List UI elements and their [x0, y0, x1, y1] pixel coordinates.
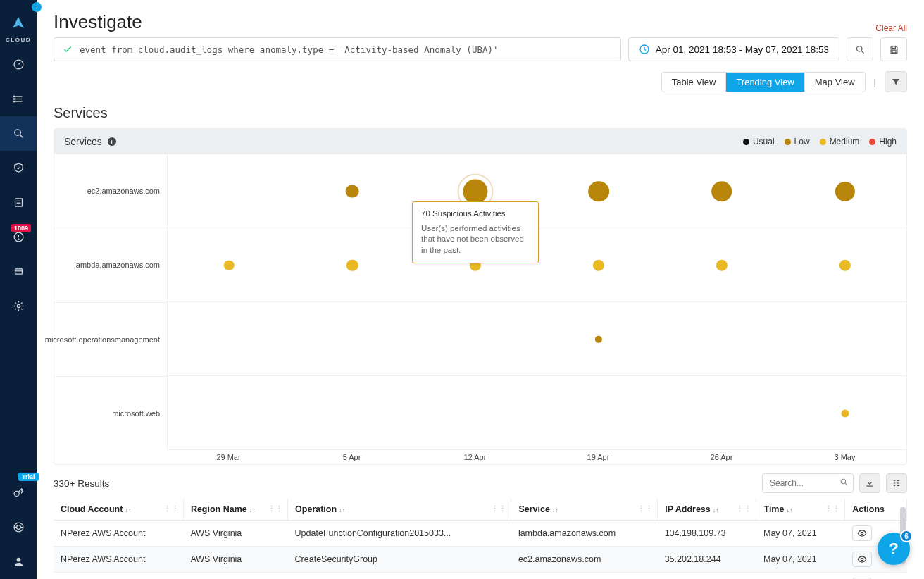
- nav-inventory[interactable]: [0, 82, 37, 116]
- nav-profile[interactable]: [0, 544, 37, 579]
- svg-point-24: [16, 525, 20, 530]
- svg-point-29: [856, 46, 862, 51]
- time-range-picker[interactable]: Apr 01, 2021 18:53 - May 07, 2021 18:53: [628, 37, 839, 61]
- search-button[interactable]: [847, 37, 873, 61]
- cell-time: May 07, 2021: [756, 547, 845, 573]
- svg-rect-9: [15, 199, 22, 206]
- svg-line-34: [845, 483, 847, 485]
- check-icon: [63, 44, 73, 54]
- plot-area[interactable]: 70 Suspicious ActivitiesUser(s) performe…: [167, 154, 906, 450]
- info-icon[interactable]: i: [108, 137, 116, 146]
- legend-label: Usual: [753, 137, 775, 147]
- chart-bubble[interactable]: [711, 181, 732, 202]
- page-title: Investigate: [54, 11, 907, 33]
- tab-trending-view[interactable]: Trending View: [726, 73, 804, 92]
- svg-point-41: [861, 532, 863, 535]
- clock-icon: [639, 44, 650, 55]
- nav-policies[interactable]: [0, 185, 37, 220]
- cell-ip: 104.198.109.73: [658, 521, 756, 547]
- svg-rect-31: [892, 46, 895, 48]
- brand-name: CLOUD: [6, 37, 31, 43]
- sort-icon: ↓↑: [339, 506, 345, 513]
- chart-bubble[interactable]: [224, 260, 235, 270]
- column-header[interactable]: IP Address↓↑⋮⋮: [658, 499, 756, 521]
- query-input[interactable]: event from cloud.audit_logs where anomal…: [54, 37, 621, 61]
- column-header[interactable]: Service↓↑⋮⋮: [511, 499, 658, 521]
- column-header[interactable]: Operation↓↑⋮⋮: [288, 499, 511, 521]
- cell-ip: 35.202.18.244: [658, 547, 756, 573]
- legend-dot: [820, 139, 826, 145]
- view-button[interactable]: [852, 525, 872, 541]
- alerts-badge: 1889: [11, 224, 31, 232]
- cell-operation: CreateSecurityGroup: [288, 547, 511, 573]
- svg-point-4: [13, 96, 14, 96]
- tab-map-view[interactable]: Map View: [805, 73, 865, 92]
- save-icon: [889, 44, 899, 55]
- clear-all-link[interactable]: Clear All: [875, 23, 907, 33]
- svg-point-6: [13, 101, 14, 101]
- help-fab[interactable]: ? 6: [878, 533, 910, 565]
- tab-table-view[interactable]: Table View: [662, 73, 727, 92]
- svg-line-30: [861, 51, 863, 53]
- svg-point-21: [17, 304, 20, 307]
- table-row[interactable]: NPerez AWS Account AWS Virginia CreateSe…: [54, 547, 907, 573]
- column-header[interactable]: Region Name↓↑⋮⋮: [183, 499, 287, 521]
- legend-dot: [743, 139, 749, 145]
- chart-bubble[interactable]: [346, 185, 359, 198]
- column-header[interactable]: Time↓↑⋮⋮: [756, 499, 845, 521]
- drag-icon[interactable]: ⋮⋮: [637, 504, 653, 513]
- nav-subscription[interactable]: Trial: [0, 475, 37, 510]
- y-axis: ec2.amazonaws.comlambda.amazonaws.commic…: [54, 154, 167, 450]
- expand-sidebar-button[interactable]: [32, 2, 42, 12]
- nav-dashboard[interactable]: [0, 47, 37, 82]
- nav-investigate[interactable]: [0, 116, 37, 151]
- view-row: Table View Trending View Map View |: [54, 71, 907, 92]
- columns-button[interactable]: [886, 473, 907, 493]
- drag-icon[interactable]: ⋮⋮: [825, 504, 840, 513]
- drag-icon[interactable]: ⋮⋮: [736, 504, 751, 513]
- x-axis-label: 5 Apr: [290, 450, 413, 464]
- legend-item[interactable]: Low: [785, 137, 810, 147]
- cell-operation: UpdateFunctionConfiguration2015033...: [288, 521, 511, 547]
- cell-ip: 35.202.18.244: [658, 573, 756, 580]
- svg-point-14: [18, 239, 18, 239]
- chart-bubble[interactable]: [588, 181, 609, 202]
- svg-point-5: [13, 99, 14, 99]
- table-row[interactable]: NPerez AWS Account AWS Virginia CreateSe…: [54, 573, 907, 580]
- nav-adoption[interactable]: [0, 510, 37, 544]
- cell-account: NPerez AWS Account: [54, 573, 183, 580]
- x-axis-label: 12 Apr: [413, 450, 537, 464]
- legend-item[interactable]: Medium: [820, 137, 860, 147]
- drag-icon[interactable]: ⋮⋮: [163, 504, 179, 513]
- chart-panel: Services i UsualLowMediumHigh ec2.amazon…: [54, 128, 907, 465]
- nav-settings[interactable]: [0, 289, 37, 323]
- svg-point-27: [16, 558, 20, 562]
- table-body: NPerez AWS Account AWS Virginia UpdateFu…: [54, 521, 907, 580]
- save-button[interactable]: [880, 37, 907, 61]
- download-button[interactable]: [859, 473, 880, 493]
- column-header[interactable]: Cloud Account↓↑⋮⋮: [54, 499, 183, 521]
- table-row[interactable]: NPerez AWS Account AWS Virginia UpdateFu…: [54, 521, 907, 547]
- svg-rect-15: [15, 269, 22, 274]
- chart-bubble[interactable]: [463, 179, 488, 204]
- drag-icon[interactable]: ⋮⋮: [268, 504, 283, 513]
- nav-compliance[interactable]: [0, 151, 37, 185]
- x-axis-label: 3 May: [783, 450, 906, 464]
- view-tabs: Table View Trending View Map View: [661, 72, 866, 92]
- drag-icon[interactable]: ⋮⋮: [491, 504, 506, 513]
- nav-compute[interactable]: [0, 254, 37, 289]
- search-icon: [855, 44, 866, 55]
- sidebar: CLOUD 1889 Trial: [0, 0, 37, 579]
- column-header[interactable]: Actions: [845, 499, 907, 521]
- svg-line-8: [20, 135, 23, 138]
- legend-item[interactable]: High: [869, 137, 897, 147]
- logo-icon: [10, 15, 27, 32]
- x-axis-label: 26 Apr: [660, 450, 783, 464]
- cell-time: May 07, 2021: [756, 573, 845, 580]
- legend-item[interactable]: Usual: [743, 137, 775, 147]
- nav-alerts[interactable]: 1889: [0, 220, 37, 254]
- filter-button[interactable]: [885, 71, 907, 92]
- cell-region: AWS Virginia: [183, 547, 287, 573]
- chart-tooltip: 70 Suspicious ActivitiesUser(s) performe…: [412, 201, 539, 264]
- view-button[interactable]: [852, 552, 872, 567]
